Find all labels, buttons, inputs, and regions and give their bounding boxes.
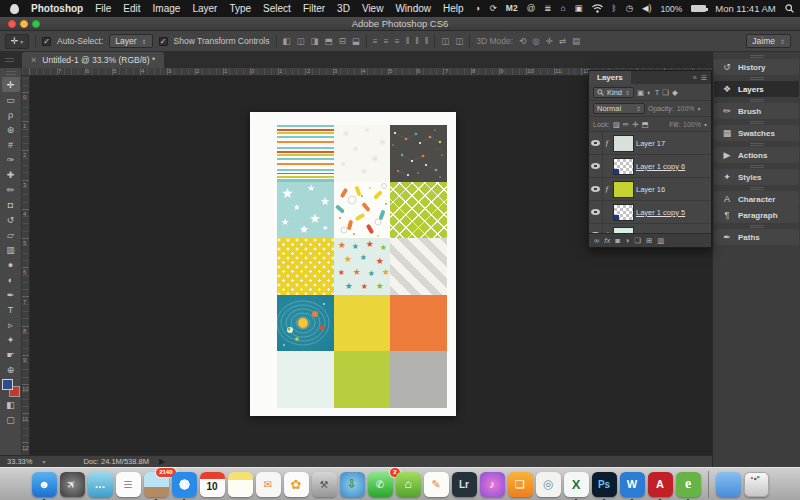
tool-eraser[interactable]: ▱ (2, 227, 20, 242)
tool-rectangular-marquee[interactable]: ▭ (2, 92, 20, 107)
volume-icon[interactable]: ◀) (642, 0, 651, 17)
dock-app-photo-library[interactable]: 2140 (144, 472, 169, 497)
align-left-icon[interactable]: ◧ (283, 36, 291, 46)
tool-crop[interactable]: # (2, 137, 20, 152)
tool-zoom[interactable]: ⊕ (2, 362, 20, 377)
distribute-vcenter-icon[interactable]: ≡ (384, 36, 389, 46)
workspace-dropdown[interactable]: Jaime ⇕ (746, 34, 791, 48)
dock-app-acrobat[interactable]: A (648, 472, 673, 497)
dock-downloads-folder[interactable] (716, 472, 741, 497)
fill-value[interactable]: 100% (683, 121, 701, 128)
menu-layer[interactable]: Layer (192, 3, 217, 14)
tool-path-selection[interactable]: ▹ (2, 317, 20, 332)
filter-pixel-icon[interactable]: ▣ (637, 88, 644, 97)
layer-row[interactable]: ƒ Layer 16 (589, 178, 711, 201)
panel-grip[interactable] (750, 77, 764, 80)
panel-button-paths[interactable]: ✒ Paths (714, 229, 799, 245)
auto-select-checkbox[interactable]: ✓ (42, 37, 51, 46)
align-right-icon[interactable]: ◨ (311, 36, 319, 46)
dock-app-finder[interactable]: ☻ (32, 472, 57, 497)
align-vcenter-icon[interactable]: ⊟ (339, 36, 346, 46)
tool-pen[interactable]: ✒ (2, 287, 20, 302)
menu-type[interactable]: Type (229, 3, 251, 14)
visibility-toggle[interactable] (589, 132, 603, 155)
filter-adjustment-icon[interactable]: ◐ (647, 88, 652, 97)
tool-dodge[interactable]: ◐ (2, 272, 20, 287)
menu-window[interactable]: Window (395, 3, 431, 14)
layer-row[interactable]: Layer 1 copy 6 (589, 155, 711, 178)
tab-close-icon[interactable]: × (31, 55, 36, 65)
panel-grip[interactable] (750, 225, 764, 228)
visibility-toggle[interactable] (589, 155, 603, 178)
menu-help[interactable]: Help (443, 3, 464, 14)
dock-app-messages[interactable]: … (88, 472, 113, 497)
menu-filter[interactable]: Filter (303, 3, 325, 14)
menu-3d[interactable]: 3D (337, 3, 350, 14)
spotlight-icon[interactable] (785, 4, 794, 13)
dock-app-photoshop[interactable]: Ps (592, 472, 617, 497)
show-transform-checkbox[interactable]: ✓ (159, 37, 168, 46)
current-tool-preset[interactable]: ✛ ▾ (5, 34, 29, 49)
dock-app-word[interactable]: W (620, 472, 645, 497)
auto-select-dropdown[interactable]: Layer ⇕ (109, 34, 152, 48)
menu-file[interactable]: File (95, 3, 111, 14)
panel-button-paragraph[interactable]: ¶ Paragraph (714, 207, 799, 223)
tool-custom-shape[interactable]: ✦ (2, 332, 20, 347)
chevron-down-icon[interactable]: ▾ (704, 121, 707, 128)
distribute-top-icon[interactable]: ≡ (373, 36, 378, 46)
dock-app-ibooks[interactable]: ❏ (508, 472, 533, 497)
dock-app-notes[interactable] (228, 472, 253, 497)
blend-mode-dropdown[interactable]: Normal ⇕ (593, 103, 645, 114)
lock-position-icon[interactable]: ✛ (632, 120, 638, 129)
dock-app-writing[interactable]: ✎ (424, 472, 449, 497)
align-top-icon[interactable]: ⬒ (325, 36, 333, 46)
dock-app-launchpad[interactable]: ✈ (60, 472, 85, 497)
filter-kind-dropdown[interactable]: Kind ⇕ (593, 87, 634, 98)
battery-icon[interactable] (691, 5, 706, 12)
dock-app-facetime[interactable]: ✆ 2 (368, 472, 393, 497)
tool-healing-brush[interactable]: ✚ (2, 167, 20, 182)
tool-history-brush[interactable]: ↺ (2, 212, 20, 227)
lock-all-icon[interactable]: ⬒ (641, 120, 648, 129)
tool-quick-selection[interactable]: ⊛ (2, 122, 20, 137)
filter-shape-icon[interactable]: ❏ (662, 88, 669, 97)
distribute-bottom-icon[interactable]: ≡ (395, 36, 400, 46)
tool-eyedropper[interactable]: ✑ (2, 152, 20, 167)
panel-button-character[interactable]: A Character (714, 191, 799, 207)
dock-app-photos[interactable]: ✿ (284, 472, 309, 497)
distribute-hcenter-icon[interactable]: ‖ (415, 36, 419, 46)
dock-app-itunes[interactable]: ♪ (480, 472, 505, 497)
panel-grip[interactable] (750, 165, 764, 168)
link-layers-icon[interactable]: ∞ (594, 236, 599, 245)
at-mention-icon[interactable]: @ (527, 0, 536, 17)
tool-hand[interactable]: ☛ (2, 347, 20, 362)
lock-transparency-icon[interactable]: ▨ (613, 120, 620, 129)
3d-orbit-icon[interactable]: ⟲ (519, 36, 526, 46)
auto-blend-icon[interactable]: ◫ (455, 36, 463, 46)
dock-app-evernote[interactable]: e (676, 472, 701, 497)
filter-smart-object-icon[interactable]: ◆ (672, 88, 678, 97)
dock-app-home[interactable]: ⌂ (396, 472, 421, 497)
3d-scale-icon[interactable]: ▤ (572, 36, 580, 46)
layer-thumbnail[interactable] (613, 204, 634, 221)
layer-thumbnail[interactable] (613, 158, 634, 175)
panel-grip[interactable] (6, 71, 16, 75)
tool-clone-stamp[interactable]: ◘ (2, 197, 20, 212)
layer-row[interactable]: ƒ Layer 17 (589, 132, 711, 155)
panel-button-layers[interactable]: ❖ Layers (714, 81, 799, 97)
opacity-value[interactable]: 100% (677, 105, 695, 112)
menu-clock[interactable]: Mon 11:41 AM (715, 3, 776, 14)
layer-name[interactable]: Layer 16 (636, 185, 665, 194)
layers-panel-tab[interactable]: Layers (589, 71, 631, 84)
tool-lasso[interactable]: ρ (2, 107, 20, 122)
panel-grip[interactable] (750, 55, 764, 58)
layer-name[interactable]: Layer 1 copy 6 (636, 162, 685, 171)
panel-button-actions[interactable]: ▶ Actions (714, 147, 799, 163)
tool-brush[interactable]: ✏ (2, 182, 20, 197)
dock-app-downloads-globe[interactable]: ⇩ (340, 472, 365, 497)
panel-button-styles[interactable]: ✦ Styles (714, 169, 799, 185)
sync-icon[interactable]: ⟳ (490, 0, 497, 17)
menu-photoshop[interactable]: Photoshop (31, 3, 83, 14)
delete-layer-icon[interactable]: ▥ (657, 236, 664, 245)
tool-gradient[interactable]: ▥ (2, 242, 20, 257)
